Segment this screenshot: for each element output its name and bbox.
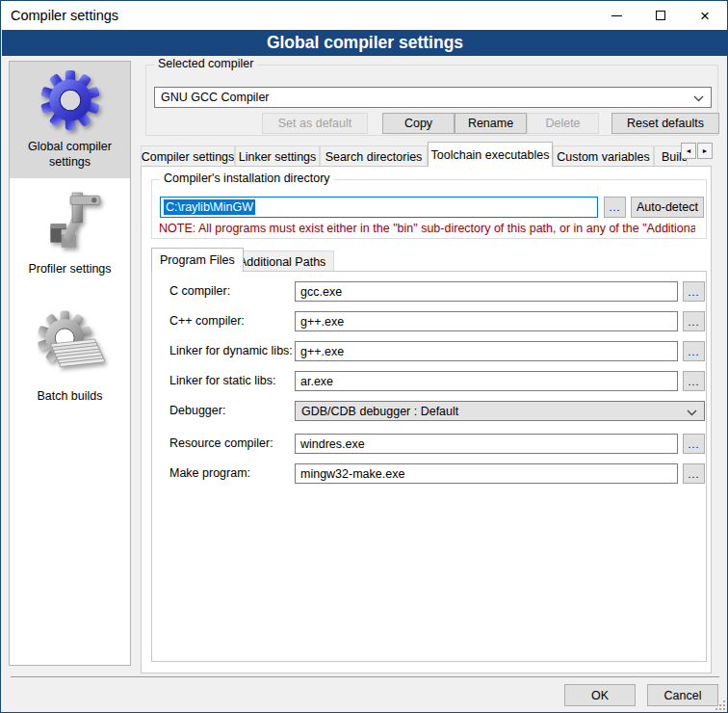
toolchain-executables-page: Compiler's installation directory C:\ray… <box>141 166 712 673</box>
dynamic-linker-input[interactable] <box>295 341 678 361</box>
field-label: Resource compiler: <box>169 436 273 450</box>
dynamic-linker-browse-button[interactable]: ... <box>683 341 705 361</box>
tab-scroll-left-button[interactable]: ◄ <box>681 143 696 159</box>
field-label: C++ compiler: <box>169 314 245 328</box>
chevron-down-icon <box>687 405 697 418</box>
minimize-icon <box>611 15 622 16</box>
c-compiler-row: C compiler: ... <box>152 281 706 303</box>
maximize-icon <box>656 11 665 20</box>
resource-compiler-browse-button[interactable]: ... <box>683 434 705 454</box>
delete-button[interactable]: Delete <box>527 113 599 134</box>
make-program-row: Make program: ... <box>152 463 706 485</box>
minimize-button[interactable] <box>594 1 638 30</box>
group-legend: Selected compiler <box>154 57 257 70</box>
ok-button[interactable]: OK <box>564 684 636 706</box>
make-program-browse-button[interactable]: ... <box>683 463 705 484</box>
c-compiler-browse-button[interactable]: ... <box>683 281 705 302</box>
copy-button[interactable]: Copy <box>382 113 455 134</box>
installation-directory-input[interactable]: C:\raylib\MinGW <box>160 197 598 218</box>
compiler-settings-dialog: Compiler settings × Global compiler sett… <box>0 0 728 713</box>
sidebar-item-label: Profiler settings <box>28 262 111 277</box>
batch-builds-icon <box>35 310 106 384</box>
compiler-select[interactable]: GNU GCC Compiler <box>154 87 712 108</box>
tab-toolchain-executables[interactable]: Toolchain executables <box>428 142 553 167</box>
cpp-compiler-row: C++ compiler: ... <box>152 311 706 332</box>
cpp-compiler-browse-button[interactable]: ... <box>683 311 705 331</box>
subtab-additional-paths[interactable]: Additional Paths <box>230 251 334 272</box>
static-linker-row: Linker for static libs: ... <box>152 371 706 392</box>
tab-linker-settings[interactable]: Linker settings <box>235 145 320 167</box>
dynamic-linker-row: Linker for dynamic libs: ... <box>152 341 706 362</box>
set-as-default-button[interactable]: Set as default <box>262 113 368 134</box>
tab-custom-variables[interactable]: Custom variables <box>553 145 654 167</box>
rename-button[interactable]: Rename <box>455 113 527 134</box>
browse-directory-button[interactable]: ... <box>604 197 626 218</box>
settings-category-list: Global compiler settings Profiler settin… <box>9 61 131 666</box>
group-legend: Compiler's installation directory <box>160 172 334 185</box>
settings-tabstrip: Compiler settings Linker settings Search… <box>141 142 718 167</box>
title-bar[interactable]: Compiler settings × <box>1 1 727 30</box>
debugger-row: Debugger: GDB/CDB debugger : Default <box>152 401 706 422</box>
resource-compiler-input[interactable] <box>295 434 678 454</box>
static-linker-browse-button[interactable]: ... <box>683 371 705 391</box>
sidebar-item-label: Global compiler settings <box>13 140 126 170</box>
sidebar-item-label: Batch builds <box>37 389 102 405</box>
program-files-page: C compiler: ... C++ compiler: ... Linker… <box>151 271 707 662</box>
reset-defaults-button[interactable]: Reset defaults <box>611 113 719 134</box>
blue-gear-icon <box>39 68 102 135</box>
field-label: Linker for static libs: <box>169 374 275 387</box>
c-compiler-input[interactable] <box>295 281 678 302</box>
maximize-button[interactable] <box>638 1 683 30</box>
auto-detect-button[interactable]: Auto-detect <box>631 197 704 218</box>
sidebar-item-global-compiler-settings[interactable]: Global compiler settings <box>10 62 130 178</box>
close-button[interactable]: × <box>683 1 727 30</box>
resize-grip[interactable] <box>714 699 725 710</box>
make-program-input[interactable] <box>295 463 678 484</box>
sidebar-item-profiler-settings[interactable]: Profiler settings <box>10 184 130 286</box>
footer-divider <box>11 676 719 677</box>
static-linker-input[interactable] <box>295 371 678 391</box>
cpp-compiler-input[interactable] <box>295 311 678 331</box>
page-title: Global compiler settings <box>2 30 728 56</box>
bin-subdirectory-note: NOTE: All programs must exist either in … <box>159 222 695 235</box>
field-label: Debugger: <box>169 404 225 417</box>
tab-search-directories[interactable]: Search directories <box>320 145 428 167</box>
tab-compiler-settings[interactable]: Compiler settings <box>141 145 235 167</box>
compiler-select-value: GNU GCC Compiler <box>161 91 270 104</box>
tab-scroll-right-button[interactable]: ► <box>697 143 713 159</box>
resource-compiler-row: Resource compiler: ... <box>152 434 706 455</box>
caliper-icon <box>39 191 102 257</box>
subtab-program-files[interactable]: Program Files <box>151 248 244 272</box>
field-label: Make program: <box>169 466 250 480</box>
debugger-select-value: GDB/CDB debugger : Default <box>301 405 458 418</box>
selected-path-text: C:\raylib\MinGW <box>164 199 255 215</box>
cancel-button[interactable]: Cancel <box>647 684 718 706</box>
chevron-down-icon <box>693 92 704 105</box>
field-label: C compiler: <box>169 284 230 298</box>
close-icon: × <box>700 8 710 24</box>
sidebar-item-batch-builds[interactable]: Batch builds <box>10 304 130 413</box>
debugger-select[interactable]: GDB/CDB debugger : Default <box>295 401 705 421</box>
field-label: Linker for dynamic libs: <box>169 344 293 357</box>
window-title: Compiler settings <box>11 8 118 23</box>
selected-compiler-group: Selected compiler GNU GCC Compiler Set a… <box>145 65 718 136</box>
